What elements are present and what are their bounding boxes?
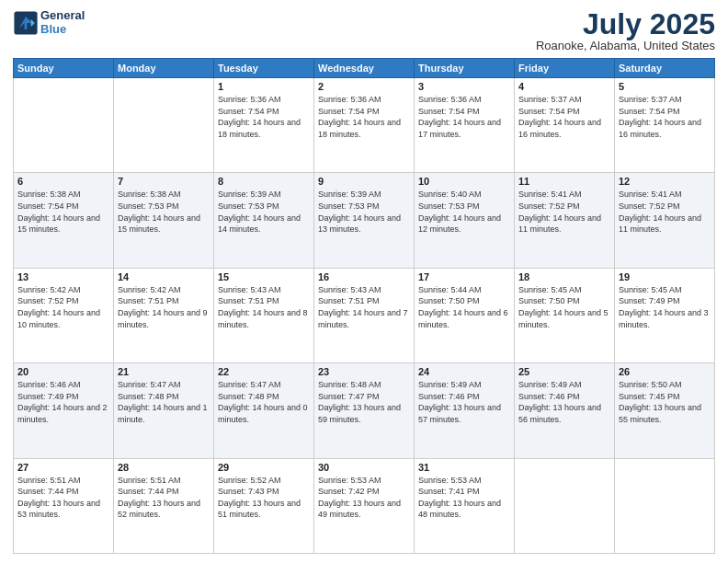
calendar-cell: 25Sunrise: 5:49 AMSunset: 7:46 PMDayligh… — [515, 363, 615, 458]
day-info: Sunrise: 5:42 AMSunset: 7:51 PMDaylight:… — [118, 284, 210, 330]
day-info: Sunrise: 5:48 AMSunset: 7:47 PMDaylight:… — [318, 379, 410, 425]
header-row: Sunday Monday Tuesday Wednesday Thursday… — [14, 59, 715, 78]
logo: General Blue — [13, 9, 85, 37]
calendar-cell: 26Sunrise: 5:50 AMSunset: 7:45 PMDayligh… — [615, 363, 715, 458]
day-info: Sunrise: 5:41 AMSunset: 7:52 PMDaylight:… — [518, 189, 610, 235]
calendar-cell: 19Sunrise: 5:45 AMSunset: 7:49 PMDayligh… — [615, 268, 715, 362]
day-info: Sunrise: 5:38 AMSunset: 7:53 PMDaylight:… — [118, 189, 210, 235]
header: General Blue July 2025 Roanoke, Alabama,… — [13, 9, 715, 52]
calendar-cell: 9Sunrise: 5:39 AMSunset: 7:53 PMDaylight… — [314, 173, 415, 268]
day-number: 30 — [318, 462, 410, 473]
calendar-cell: 11Sunrise: 5:41 AMSunset: 7:52 PMDayligh… — [515, 173, 615, 268]
day-number: 23 — [318, 366, 410, 377]
day-info: Sunrise: 5:47 AMSunset: 7:48 PMDaylight:… — [218, 379, 310, 425]
calendar-cell: 2Sunrise: 5:36 AMSunset: 7:54 PMDaylight… — [314, 78, 415, 173]
day-number: 27 — [17, 462, 109, 473]
day-number: 18 — [518, 271, 610, 282]
day-number: 2 — [318, 81, 410, 92]
calendar-cell: 15Sunrise: 5:43 AMSunset: 7:51 PMDayligh… — [214, 268, 314, 362]
day-number: 7 — [118, 176, 210, 187]
day-number: 13 — [17, 271, 109, 282]
day-info: Sunrise: 5:47 AMSunset: 7:48 PMDaylight:… — [118, 379, 210, 425]
logo-blue: Blue — [40, 23, 85, 37]
day-number: 6 — [17, 176, 109, 187]
day-number: 21 — [118, 366, 210, 377]
calendar-cell: 14Sunrise: 5:42 AMSunset: 7:51 PMDayligh… — [114, 268, 214, 362]
calendar-cell: 27Sunrise: 5:51 AMSunset: 7:44 PMDayligh… — [14, 458, 114, 553]
page: General Blue July 2025 Roanoke, Alabama,… — [0, 0, 728, 563]
logo-icon — [13, 10, 39, 36]
day-info: Sunrise: 5:39 AMSunset: 7:53 PMDaylight:… — [318, 189, 410, 235]
day-info: Sunrise: 5:43 AMSunset: 7:51 PMDaylight:… — [318, 284, 410, 330]
calendar-table: Sunday Monday Tuesday Wednesday Thursday… — [13, 58, 715, 554]
day-info: Sunrise: 5:53 AMSunset: 7:42 PMDaylight:… — [318, 475, 410, 521]
calendar-week-1: 1Sunrise: 5:36 AMSunset: 7:54 PMDaylight… — [14, 78, 715, 173]
col-monday: Monday — [114, 59, 214, 78]
day-number: 20 — [17, 366, 109, 377]
calendar-cell: 12Sunrise: 5:41 AMSunset: 7:52 PMDayligh… — [615, 173, 715, 268]
calendar-cell — [515, 458, 615, 553]
day-info: Sunrise: 5:40 AMSunset: 7:53 PMDaylight:… — [418, 189, 510, 235]
location-title: Roanoke, Alabama, United States — [536, 39, 715, 52]
day-number: 25 — [518, 366, 610, 377]
calendar-cell — [615, 458, 715, 553]
day-number: 10 — [418, 176, 510, 187]
calendar-cell: 10Sunrise: 5:40 AMSunset: 7:53 PMDayligh… — [415, 173, 515, 268]
day-number: 5 — [619, 81, 711, 92]
calendar-cell: 22Sunrise: 5:47 AMSunset: 7:48 PMDayligh… — [214, 363, 314, 458]
month-title: July 2025 — [536, 9, 715, 39]
calendar-cell: 13Sunrise: 5:42 AMSunset: 7:52 PMDayligh… — [14, 268, 114, 362]
col-saturday: Saturday — [615, 59, 715, 78]
calendar-cell: 28Sunrise: 5:51 AMSunset: 7:44 PMDayligh… — [114, 458, 214, 553]
calendar-cell: 21Sunrise: 5:47 AMSunset: 7:48 PMDayligh… — [114, 363, 214, 458]
calendar-cell: 5Sunrise: 5:37 AMSunset: 7:54 PMDaylight… — [615, 78, 715, 173]
calendar-cell: 3Sunrise: 5:36 AMSunset: 7:54 PMDaylight… — [415, 78, 515, 173]
col-sunday: Sunday — [14, 59, 114, 78]
day-number: 31 — [418, 462, 510, 473]
calendar-week-2: 6Sunrise: 5:38 AMSunset: 7:54 PMDaylight… — [14, 173, 715, 268]
col-wednesday: Wednesday — [314, 59, 415, 78]
day-number: 1 — [218, 81, 310, 92]
day-number: 26 — [619, 366, 711, 377]
calendar-cell — [14, 78, 114, 173]
day-info: Sunrise: 5:36 AMSunset: 7:54 PMDaylight:… — [318, 94, 410, 140]
day-info: Sunrise: 5:49 AMSunset: 7:46 PMDaylight:… — [418, 379, 510, 425]
day-info: Sunrise: 5:49 AMSunset: 7:46 PMDaylight:… — [518, 379, 610, 425]
col-thursday: Thursday — [415, 59, 515, 78]
day-info: Sunrise: 5:38 AMSunset: 7:54 PMDaylight:… — [17, 189, 109, 235]
day-number: 14 — [118, 271, 210, 282]
day-info: Sunrise: 5:51 AMSunset: 7:44 PMDaylight:… — [118, 475, 210, 521]
calendar-cell — [114, 78, 214, 173]
day-info: Sunrise: 5:45 AMSunset: 7:50 PMDaylight:… — [518, 284, 610, 330]
day-info: Sunrise: 5:45 AMSunset: 7:49 PMDaylight:… — [619, 284, 711, 330]
day-number: 8 — [218, 176, 310, 187]
calendar-cell: 16Sunrise: 5:43 AMSunset: 7:51 PMDayligh… — [314, 268, 415, 362]
logo-general: General — [40, 9, 85, 23]
day-number: 17 — [418, 271, 510, 282]
day-number: 15 — [218, 271, 310, 282]
day-number: 19 — [619, 271, 711, 282]
day-number: 22 — [218, 366, 310, 377]
calendar-cell: 30Sunrise: 5:53 AMSunset: 7:42 PMDayligh… — [314, 458, 415, 553]
day-info: Sunrise: 5:37 AMSunset: 7:54 PMDaylight:… — [518, 94, 610, 140]
day-info: Sunrise: 5:36 AMSunset: 7:54 PMDaylight:… — [218, 94, 310, 140]
day-info: Sunrise: 5:50 AMSunset: 7:45 PMDaylight:… — [619, 379, 711, 425]
calendar-cell: 29Sunrise: 5:52 AMSunset: 7:43 PMDayligh… — [214, 458, 314, 553]
calendar-cell: 31Sunrise: 5:53 AMSunset: 7:41 PMDayligh… — [415, 458, 515, 553]
calendar-cell: 4Sunrise: 5:37 AMSunset: 7:54 PMDaylight… — [515, 78, 615, 173]
calendar-cell: 18Sunrise: 5:45 AMSunset: 7:50 PMDayligh… — [515, 268, 615, 362]
calendar-week-3: 13Sunrise: 5:42 AMSunset: 7:52 PMDayligh… — [14, 268, 715, 362]
col-friday: Friday — [515, 59, 615, 78]
day-info: Sunrise: 5:41 AMSunset: 7:52 PMDaylight:… — [619, 189, 711, 235]
calendar-week-4: 20Sunrise: 5:46 AMSunset: 7:49 PMDayligh… — [14, 363, 715, 458]
day-number: 3 — [418, 81, 510, 92]
calendar-cell: 8Sunrise: 5:39 AMSunset: 7:53 PMDaylight… — [214, 173, 314, 268]
day-number: 29 — [218, 462, 310, 473]
day-info: Sunrise: 5:44 AMSunset: 7:50 PMDaylight:… — [418, 284, 510, 330]
day-number: 24 — [418, 366, 510, 377]
title-block: July 2025 Roanoke, Alabama, United State… — [536, 9, 715, 52]
day-number: 16 — [318, 271, 410, 282]
day-info: Sunrise: 5:39 AMSunset: 7:53 PMDaylight:… — [218, 189, 310, 235]
col-tuesday: Tuesday — [214, 59, 314, 78]
day-number: 28 — [118, 462, 210, 473]
